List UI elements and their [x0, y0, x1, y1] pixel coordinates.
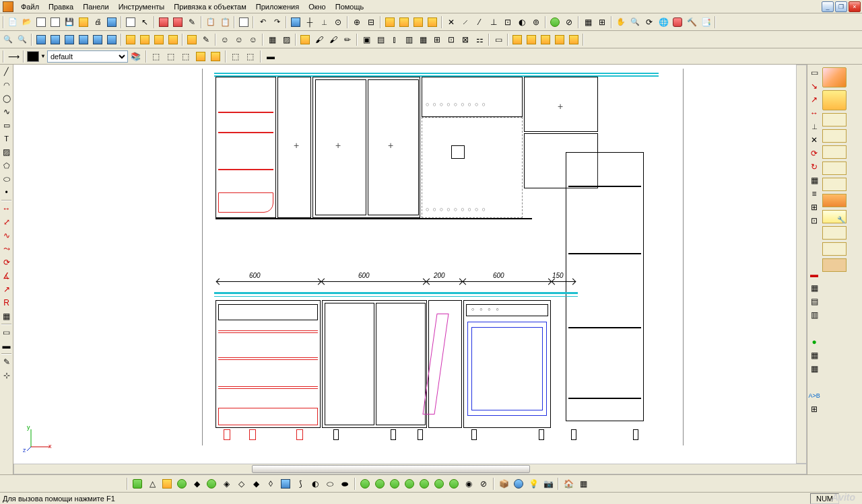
tool-btn[interactable]	[48, 15, 62, 29]
panel-btn[interactable]	[822, 145, 847, 159]
pan-button[interactable]	[614, 15, 628, 29]
tool-btn[interactable]	[105, 15, 119, 29]
iso-btn[interactable]	[194, 50, 207, 63]
shape-btn[interactable]: ◆	[249, 477, 263, 491]
dim-tool[interactable]: ∿	[1, 229, 13, 242]
rtool[interactable]: ▥	[808, 309, 820, 321]
redo-button[interactable]	[270, 15, 284, 29]
tool-btn[interactable]: ⊞	[430, 33, 444, 46]
menu-panels[interactable]: Панели	[78, 1, 113, 12]
panel-btn[interactable]	[822, 161, 847, 175]
zoom-button[interactable]	[628, 15, 642, 29]
ellipse-tool[interactable]: ⬭	[1, 173, 13, 185]
arc-tool[interactable]	[1, 79, 13, 91]
shape-btn[interactable]: ◇	[234, 477, 248, 491]
tool-btn[interactable]: ⊥	[487, 15, 500, 29]
tool-btn[interactable]	[539, 33, 552, 46]
menu-snap[interactable]: Привязка к объектам	[169, 1, 251, 12]
tool-btn[interactable]: ⊙	[331, 15, 345, 29]
rtool[interactable]: ≡	[808, 188, 820, 200]
panel-btn[interactable]	[822, 242, 847, 256]
rtool[interactable]: ▦	[808, 282, 820, 294]
tool-btn[interactable]	[289, 15, 302, 29]
pointer-button[interactable]: ↖	[138, 15, 152, 29]
shape-btn[interactable]	[131, 477, 144, 491]
view-btn[interactable]	[166, 33, 180, 46]
rect-tool[interactable]	[1, 119, 13, 131]
shape-btn[interactable]: 💡	[527, 477, 540, 491]
drawing-canvas[interactable]: + + ○○○○○○○○○ ○○○○○○○○○ + + 600 600 20	[13, 65, 807, 491]
shape-btn[interactable]: ◐	[308, 477, 322, 491]
dim-tool[interactable]: ↔	[1, 203, 13, 215]
iso-btn[interactable]	[209, 50, 222, 63]
print-button[interactable]	[91, 15, 104, 29]
shape-btn[interactable]: ◊	[264, 477, 277, 491]
shape-btn[interactable]	[512, 477, 525, 491]
tool-btn[interactable]: ┼	[303, 15, 317, 29]
tool-btn[interactable]	[124, 15, 137, 29]
tool-btn[interactable]	[548, 15, 562, 29]
paste-button[interactable]: 📋	[218, 15, 232, 29]
view-btn[interactable]	[152, 33, 166, 46]
panel-btn-edit[interactable]	[822, 90, 847, 110]
dim-tool[interactable]: ↗	[1, 283, 13, 295]
tool-btn[interactable]: 🔨	[685, 15, 698, 29]
grid-btn[interactable]: ▦	[265, 33, 279, 46]
dim-tool[interactable]: ⤢	[1, 216, 13, 228]
shape-btn[interactable]	[447, 477, 461, 491]
tool-btn[interactable]: ▥	[402, 33, 416, 46]
tool-btn[interactable]	[77, 15, 90, 29]
rtool[interactable]: ▦	[808, 174, 820, 186]
tool-btn[interactable]: ⊞	[595, 15, 609, 29]
tool-btn[interactable]	[411, 15, 425, 29]
tool-btn[interactable]: ▭	[492, 33, 505, 46]
rtool[interactable]: ⊞	[808, 403, 820, 415]
dim-tool[interactable]: ⟳	[1, 256, 13, 268]
shape-btn[interactable]	[403, 477, 416, 491]
panel-btn[interactable]	[822, 258, 847, 272]
iso-btn[interactable]: ⬚	[164, 50, 178, 63]
rtool[interactable]: ●	[808, 336, 820, 348]
panel-btn[interactable]	[822, 129, 847, 143]
tool-btn[interactable]	[525, 33, 538, 46]
hatch-tool[interactable]: ▨	[1, 146, 13, 158]
tool-btn[interactable]: ▦	[581, 15, 595, 29]
rtool[interactable]: A>B	[808, 390, 820, 402]
tool-btn[interactable]	[157, 15, 170, 29]
tool-btn[interactable]: ⊘	[562, 15, 576, 29]
rtool[interactable]: ✕	[808, 134, 820, 146]
tool-btn[interactable]: ⫿	[388, 33, 401, 46]
tool-btn[interactable]: ⊚	[529, 15, 543, 29]
panel-btn[interactable]	[822, 194, 847, 207]
view-btn[interactable]	[63, 33, 76, 46]
new-button[interactable]	[6, 15, 20, 29]
tool-btn[interactable]: ▣	[360, 33, 373, 46]
view-btn[interactable]	[105, 33, 119, 46]
rtool[interactable]: ▬	[808, 268, 820, 281]
shape-btn[interactable]: ◆	[190, 477, 203, 491]
panel-btn[interactable]	[822, 178, 847, 191]
tool-btn[interactable]: ⊕	[350, 15, 364, 29]
shape-btn[interactable]	[373, 477, 387, 491]
menu-window[interactable]: Окно	[304, 1, 331, 12]
tool-btn[interactable]	[397, 15, 411, 29]
copy-button[interactable]	[204, 15, 218, 29]
undo-button[interactable]	[256, 15, 269, 29]
rtool[interactable]: ⟂	[808, 120, 820, 133]
tool-btn[interactable]: ⚏	[473, 33, 486, 46]
text-tool[interactable]	[1, 133, 13, 145]
tool-btn[interactable]: ◐	[515, 15, 529, 29]
tool-btn[interactable]: ⟳	[642, 15, 656, 29]
shape-btn[interactable]: 🏠	[562, 477, 575, 491]
tool-btn[interactable]: ✕	[444, 15, 458, 29]
shape-btn[interactable]: 📦	[497, 477, 510, 491]
tool-btn[interactable]: ⊡	[501, 15, 515, 29]
dim-tool[interactable]: ▦	[1, 310, 13, 322]
horizontal-scrollbar[interactable]	[13, 464, 807, 474]
maximize-button[interactable]: ❐	[835, 1, 847, 12]
menu-file[interactable]: Файл	[16, 1, 44, 12]
rtool[interactable]: ▤	[808, 295, 820, 308]
iso-btn[interactable]: ⬚	[179, 50, 193, 63]
tool-btn[interactable]: ▤	[374, 33, 387, 46]
line-tool[interactable]	[1, 65, 13, 77]
